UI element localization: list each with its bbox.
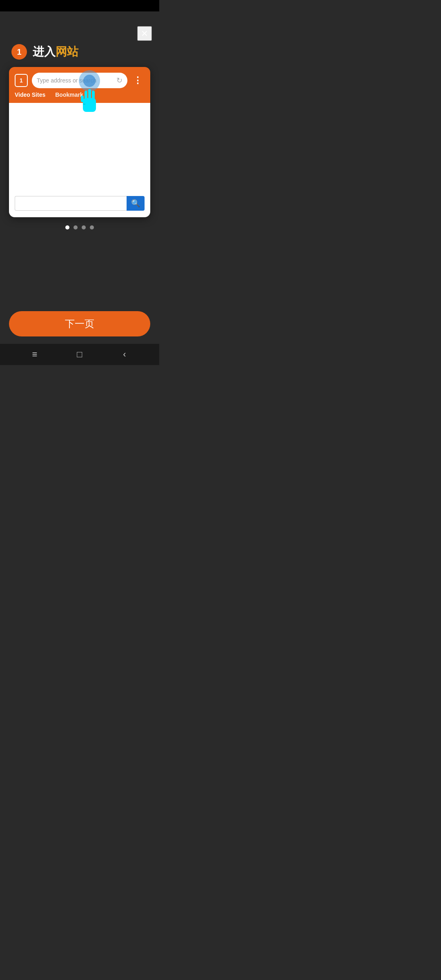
dot-1 (65, 225, 69, 229)
search-row: 🔍 (9, 193, 150, 217)
search-button[interactable]: 🔍 (127, 196, 145, 211)
next-button[interactable]: 下一页 (9, 311, 150, 336)
svg-rect-4 (81, 96, 84, 102)
pagination-dots (0, 217, 159, 234)
bottom-nav-bar: ≡ □ ‹ (0, 344, 159, 365)
click-indicator (77, 70, 102, 119)
bookmark-video-sites[interactable]: Video Sites (15, 91, 45, 98)
step-heading: 1 进入网站 (0, 11, 159, 67)
bottom-section: 下一页 ≡ □ ‹ (0, 311, 159, 365)
svg-rect-2 (88, 89, 91, 100)
click-circle-inner (83, 75, 96, 87)
menu-nav-icon[interactable]: ≡ (26, 345, 44, 363)
address-bar-placeholder: Type address or search (37, 77, 114, 84)
status-bar (0, 0, 159, 11)
step-title: 进入网站 (33, 44, 78, 60)
svg-rect-3 (92, 91, 95, 100)
dot-4 (90, 225, 94, 229)
browser-card: 1 Type address or search ↻ (9, 67, 150, 217)
home-nav-icon[interactable]: □ (71, 345, 89, 363)
dot-2 (74, 225, 78, 229)
browser-toolbar: 1 Type address or search ↻ (9, 67, 150, 88)
hand-cursor-icon (77, 87, 102, 119)
mid-spacer (0, 234, 159, 311)
back-nav-icon[interactable]: ‹ (116, 345, 134, 363)
browser-content: 🔍 (9, 103, 150, 217)
refresh-icon[interactable]: ↻ (116, 76, 122, 85)
close-button[interactable]: × (137, 26, 152, 41)
svg-rect-0 (83, 98, 96, 112)
svg-rect-1 (85, 91, 87, 100)
step-number: 1 (11, 44, 27, 60)
dot-3 (82, 225, 86, 229)
menu-icon[interactable]: ⋮ (131, 75, 145, 86)
tab-counter: 1 (15, 74, 28, 87)
svg-rect-5 (83, 104, 85, 105)
search-icon: 🔍 (131, 199, 140, 208)
search-input[interactable] (15, 196, 127, 211)
